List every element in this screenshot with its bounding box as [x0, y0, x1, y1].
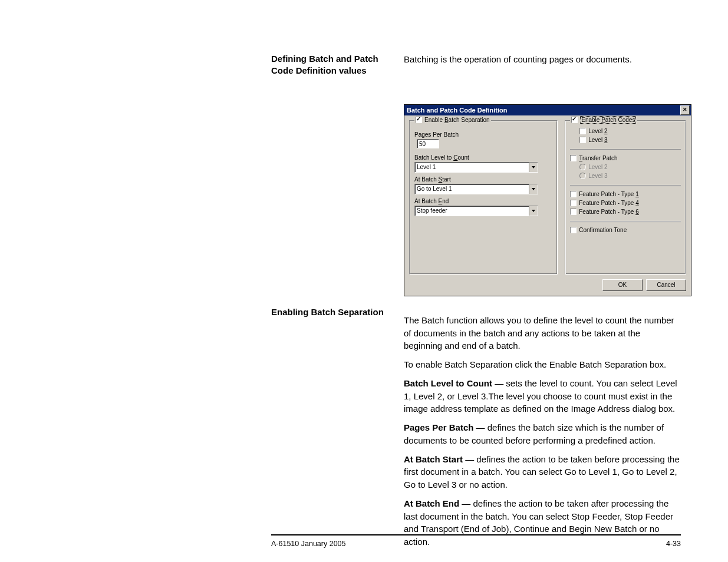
term-batch-level-to-count: Batch Level to Count: [404, 378, 492, 388]
transfer-level3-label: Level 3: [588, 173, 607, 179]
enable-batch-separation-checkbox[interactable]: [416, 117, 422, 123]
em-dash: —: [463, 454, 476, 464]
page-content: Defining Batch and Patch Code Definition…: [0, 0, 728, 548]
section-heading-2: Enabling Batch Separation: [271, 306, 395, 318]
em-dash: —: [492, 378, 506, 388]
feature-patch-6-row[interactable]: Feature Patch - Type 6: [570, 209, 681, 215]
transfer-patch-checkbox[interactable]: [570, 155, 577, 161]
at-batch-end-value: Stop feeder: [415, 206, 529, 216]
batch-level-to-count-label: Batch Level to Count: [414, 154, 552, 161]
pages-per-batch-label: Pages Per Batch: [414, 131, 552, 138]
feature-patch-1-label: Feature Patch - Type 1: [579, 191, 639, 197]
term-at-batch-end: At Batch End: [404, 498, 459, 508]
divider: [570, 221, 681, 222]
close-icon[interactable]: ✕: [680, 105, 690, 115]
dialog-button-row: OK Cancel: [404, 275, 691, 296]
transfer-patch-label: Transfer Patch: [579, 155, 617, 161]
paragraph-batch-level-to-count: Batch Level to Count — sets the level to…: [404, 377, 681, 415]
ok-button[interactable]: OK: [602, 279, 643, 291]
feature-patch-4-checkbox[interactable]: [570, 200, 577, 206]
enable-patch-codes-label: Enable Patch Codes: [580, 116, 636, 124]
chevron-down-icon[interactable]: [529, 184, 538, 194]
divider: [570, 149, 681, 150]
dialog-titlebar: Batch and Patch Code Definition ✕: [404, 105, 691, 115]
footer-doc-id: A-61510 January 2005: [271, 540, 345, 548]
batch-level-to-count-value: Level 1: [415, 163, 529, 172]
patch-level2-row[interactable]: Level 2: [579, 128, 681, 134]
feature-patch-1-row[interactable]: Feature Patch - Type 1: [570, 191, 681, 197]
em-dash: —: [473, 422, 487, 432]
enable-patch-codes-checkbox[interactable]: [571, 117, 578, 123]
cancel-button[interactable]: Cancel: [646, 279, 686, 291]
divider: [570, 185, 681, 186]
chevron-down-icon[interactable]: [529, 206, 538, 216]
enable-patch-codes-legend[interactable]: Enable Patch Codes: [570, 117, 637, 123]
section-heading-1: Defining Batch and Patch Code Definition…: [271, 53, 395, 76]
paragraph-enable-batch: To enable Batch Separation click the Ena…: [404, 358, 681, 371]
patch-level3-label: Level 3: [588, 137, 607, 143]
confirmation-tone-label: Confirmation Tone: [579, 227, 627, 233]
chevron-down-icon[interactable]: [529, 163, 538, 172]
at-batch-end-combo[interactable]: Stop feeder: [414, 206, 538, 216]
at-batch-start-combo[interactable]: Go to Level 1: [414, 184, 538, 194]
patch-codes-group: Enable Patch Codes Level 2 Level 3 Trans…: [565, 120, 686, 275]
transfer-level3-radio: [579, 173, 586, 179]
feature-patch-4-label: Feature Patch - Type 4: [579, 200, 639, 206]
feature-patch-6-label: Feature Patch - Type 6: [579, 209, 639, 215]
patch-level3-checkbox[interactable]: [579, 137, 586, 143]
dialog-body: Enable Batch Separation Pages Per Batch …: [404, 115, 691, 275]
transfer-level3-row: Level 3: [579, 173, 681, 179]
paragraph-batch-function: The Batch function allows you to define …: [404, 314, 681, 352]
em-dash: —: [459, 498, 473, 508]
patch-level3-row[interactable]: Level 3: [579, 137, 681, 143]
patch-level2-label: Level 2: [588, 128, 607, 134]
confirmation-tone-checkbox[interactable]: [570, 227, 577, 233]
transfer-level2-label: Level 2: [588, 164, 607, 170]
feature-patch-1-checkbox[interactable]: [570, 191, 577, 197]
feature-patch-4-row[interactable]: Feature Patch - Type 4: [570, 200, 681, 206]
intro-paragraph: Batching is the operation of counting pa…: [404, 53, 681, 66]
dialog-screenshot: Batch and Patch Code Definition ✕ Enable…: [404, 104, 691, 296]
feature-patch-6-checkbox[interactable]: [570, 209, 577, 215]
transfer-level2-row: Level 2: [579, 164, 681, 170]
footer-page-number: 4-33: [666, 540, 681, 548]
paragraph-pages-per-batch: Pages Per Batch — defines the batch size…: [404, 421, 681, 447]
confirmation-tone-row[interactable]: Confirmation Tone: [570, 227, 681, 233]
footer-rule: [271, 534, 681, 535]
enable-batch-separation-label: Enable Batch Separation: [424, 117, 490, 123]
dialog-window: Batch and Patch Code Definition ✕ Enable…: [404, 104, 691, 296]
paragraph-at-batch-start: At Batch Start — defines the action to b…: [404, 453, 681, 491]
at-batch-start-value: Go to Level 1: [415, 184, 529, 194]
term-pages-per-batch: Pages Per Batch: [404, 422, 473, 432]
at-batch-start-label: At Batch Start: [414, 176, 552, 183]
at-batch-end-label: At Batch End: [414, 198, 552, 204]
transfer-level2-radio: [579, 164, 586, 170]
transfer-patch-row[interactable]: Transfer Patch: [570, 155, 681, 161]
batch-level-to-count-combo[interactable]: Level 1: [414, 162, 538, 173]
dialog-title: Batch and Patch Code Definition: [407, 107, 508, 114]
patch-level2-checkbox[interactable]: [579, 128, 586, 134]
term-at-batch-start: At Batch Start: [404, 454, 463, 464]
enable-batch-separation-legend[interactable]: Enable Batch Separation: [414, 117, 491, 123]
batch-separation-group: Enable Batch Separation Pages Per Batch …: [409, 120, 558, 275]
pages-per-batch-input[interactable]: 50: [417, 139, 439, 148]
paragraph-at-batch-end: At Batch End — defines the action to be …: [404, 497, 681, 548]
